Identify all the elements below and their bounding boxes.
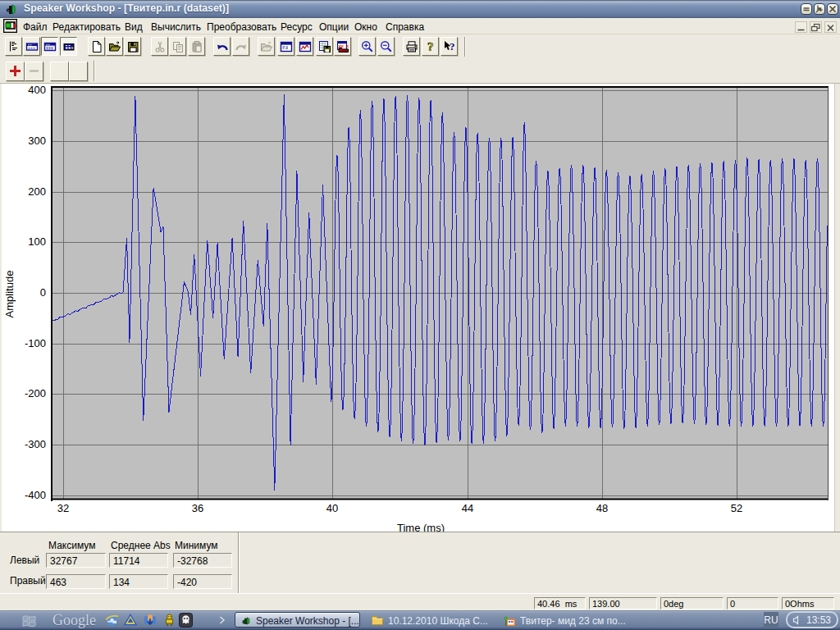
svg-text:?: ? [450,40,455,52]
svg-text:?: ? [427,40,434,53]
